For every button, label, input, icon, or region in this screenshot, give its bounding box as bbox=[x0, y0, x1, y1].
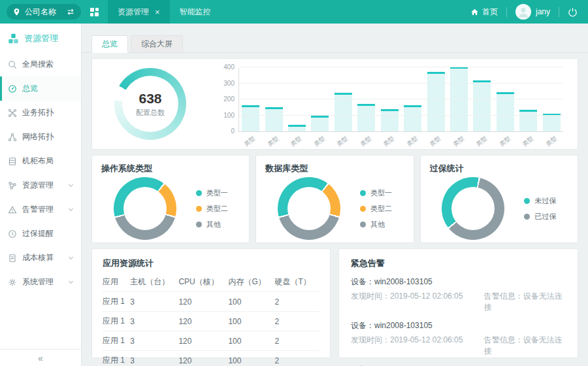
app-resource-table: 应用主机（台）CPU（核）内存（G）硬盘（T） 应用 131201002应用 1… bbox=[103, 272, 319, 366]
user-menu[interactable]: jany bbox=[515, 4, 550, 20]
sidebar-item-label: 业务拓扑 bbox=[22, 107, 54, 118]
home-button[interactable]: 首页 bbox=[470, 7, 498, 18]
company-selector[interactable]: 公司名称 bbox=[7, 4, 81, 20]
bar bbox=[519, 110, 537, 131]
legend-item[interactable]: 类型一 bbox=[360, 188, 392, 198]
y-axis-tick: 100 bbox=[216, 112, 235, 119]
bar bbox=[497, 92, 514, 132]
bar bbox=[288, 125, 306, 131]
legend-item[interactable]: 未过保 bbox=[524, 196, 556, 206]
total-donut-ring: 638 配置总数 bbox=[114, 68, 186, 140]
legend-item[interactable]: 其他 bbox=[196, 220, 228, 229]
apps-grid-icon[interactable] bbox=[90, 7, 99, 17]
swap-icon[interactable] bbox=[66, 7, 75, 16]
bar bbox=[543, 114, 561, 131]
urgent-alerts-card: 紧急告警 设备：win2008-103105 发现时间：2019-05-12 0… bbox=[338, 248, 578, 358]
sidebar-menu: 全局搜索总览业务拓扑网络拓扑机柜布局资源管理告警管理过保提醒成本核算系统管理 bbox=[0, 52, 81, 294]
alert-time: 发现时间：2019-05-12 02:06:05 bbox=[351, 291, 484, 313]
legend-dot bbox=[360, 206, 366, 212]
legend-dot bbox=[360, 222, 366, 227]
app-resource-card: 应用资源统计 应用主机（台）CPU（核）内存（G）硬盘（T） 应用 131201… bbox=[91, 248, 331, 358]
table-cell: 应用 1 bbox=[103, 312, 130, 331]
column-header: 硬盘（T） bbox=[274, 272, 319, 292]
sidebar-item-1[interactable]: 总览 bbox=[0, 76, 81, 101]
x-axis-label: 类型 bbox=[426, 133, 448, 154]
divider bbox=[559, 7, 559, 17]
x-axis-label: 类型 bbox=[356, 133, 378, 154]
close-icon[interactable]: × bbox=[155, 8, 160, 16]
sidebar-item-0[interactable]: 全局搜索 bbox=[0, 52, 81, 76]
tab-big-screen[interactable]: 综合大屏 bbox=[131, 35, 183, 53]
x-axis-label: 类型 bbox=[542, 133, 564, 154]
bar bbox=[265, 107, 283, 131]
table-cell: 120 bbox=[178, 292, 228, 312]
header-tab-smart-monitor[interactable]: 智能监控 bbox=[170, 0, 221, 24]
legend-dot bbox=[196, 206, 202, 212]
x-axis-label: 类型 bbox=[310, 133, 332, 154]
sidebar-item-4[interactable]: 机柜布局 bbox=[0, 149, 81, 173]
sidebar-item-3[interactable]: 网络拓扑 bbox=[0, 125, 81, 149]
table-cell: 3 bbox=[130, 351, 178, 366]
x-axis-label: 类型 bbox=[402, 133, 425, 154]
x-axis-label: 类型 bbox=[333, 133, 355, 154]
table-cell: 120 bbox=[178, 331, 228, 351]
table-row: 应用 131201002 bbox=[103, 292, 319, 312]
sidebar-item-2[interactable]: 业务拓扑 bbox=[0, 101, 81, 125]
gridline bbox=[239, 83, 563, 84]
legend-label: 类型二 bbox=[370, 204, 392, 214]
total-donut: 638 配置总数 bbox=[92, 59, 208, 149]
sidebar-item-6[interactable]: 告警管理 bbox=[0, 197, 81, 222]
table-cell: 2 bbox=[274, 331, 319, 351]
legend-item[interactable]: 类型二 bbox=[360, 204, 392, 214]
sidebar-brand-label: 资源管理 bbox=[24, 33, 58, 44]
sidebar-item-9[interactable]: 系统管理 bbox=[0, 270, 81, 294]
alert-item: 设备：win2008-103105 发现时间：2019-05-12 02:06:… bbox=[351, 276, 566, 313]
chevron-down-icon bbox=[69, 207, 73, 211]
y-axis-tick: 200 bbox=[216, 95, 235, 103]
chevron-down-icon bbox=[69, 255, 73, 259]
gridline bbox=[239, 115, 563, 116]
legend-dot bbox=[524, 198, 530, 204]
table-cell: 120 bbox=[178, 351, 228, 366]
legend: 类型一 类型二 其他 bbox=[360, 188, 392, 229]
alert-device: 设备：win2008-103105 bbox=[351, 320, 566, 331]
alert-message: 告警信息：设备无法连接 bbox=[484, 291, 566, 313]
legend-item[interactable]: 其他 bbox=[360, 220, 392, 229]
location-pin-icon bbox=[12, 8, 21, 16]
legend-label: 类型二 bbox=[206, 204, 228, 214]
gridline bbox=[239, 67, 563, 67]
donut-card-title: 过保统计 bbox=[430, 163, 568, 175]
table-cell: 3 bbox=[130, 292, 178, 312]
sidebar-item-8[interactable]: 成本核算 bbox=[0, 246, 81, 270]
sidebar: 资源管理 全局搜索总览业务拓扑网络拓扑机柜布局资源管理告警管理过保提醒成本核算系… bbox=[0, 24, 82, 366]
home-label: 首页 bbox=[482, 7, 498, 18]
alert-time: 发现时间：2019-05-12 02:06:05 bbox=[351, 335, 484, 357]
chevron-down-icon bbox=[69, 182, 73, 187]
sidebar-item-5[interactable]: 资源管理 bbox=[0, 173, 81, 197]
x-axis-label: 类型 bbox=[519, 133, 541, 154]
table-cell: 应用 1 bbox=[103, 351, 130, 366]
y-axis-tick: 300 bbox=[216, 80, 235, 87]
logout-power-icon[interactable] bbox=[568, 7, 578, 17]
legend: 类型一 类型二 其他 bbox=[196, 188, 228, 229]
sidebar-collapse-button[interactable]: « bbox=[0, 349, 81, 366]
search-icon bbox=[8, 60, 17, 69]
donut-chart bbox=[114, 177, 176, 240]
table-row: 应用 131201002 bbox=[103, 312, 319, 331]
legend-item[interactable]: 类型一 bbox=[196, 188, 228, 198]
resource-icon bbox=[8, 181, 17, 190]
legend-item[interactable]: 类型二 bbox=[196, 204, 228, 214]
column-header: 内存（G） bbox=[228, 272, 274, 292]
table-cell: 100 bbox=[228, 312, 274, 331]
gauge-icon bbox=[8, 84, 17, 93]
header-right: 首页 jany bbox=[470, 4, 588, 20]
tab-overview[interactable]: 总览 bbox=[91, 35, 128, 53]
top-header: 公司名称 资源管理 × 智能监控 首页 jany bbox=[0, 0, 588, 24]
bar bbox=[357, 104, 375, 131]
header-tab-resource-mgmt[interactable]: 资源管理 × bbox=[108, 0, 170, 24]
bar bbox=[427, 72, 445, 131]
alert-device: 设备：win2008-103105 bbox=[351, 276, 566, 288]
header-tab-label: 资源管理 bbox=[118, 7, 149, 18]
legend-item[interactable]: 已过保 bbox=[524, 212, 556, 222]
sidebar-item-7[interactable]: 过保提醒 bbox=[0, 222, 81, 246]
